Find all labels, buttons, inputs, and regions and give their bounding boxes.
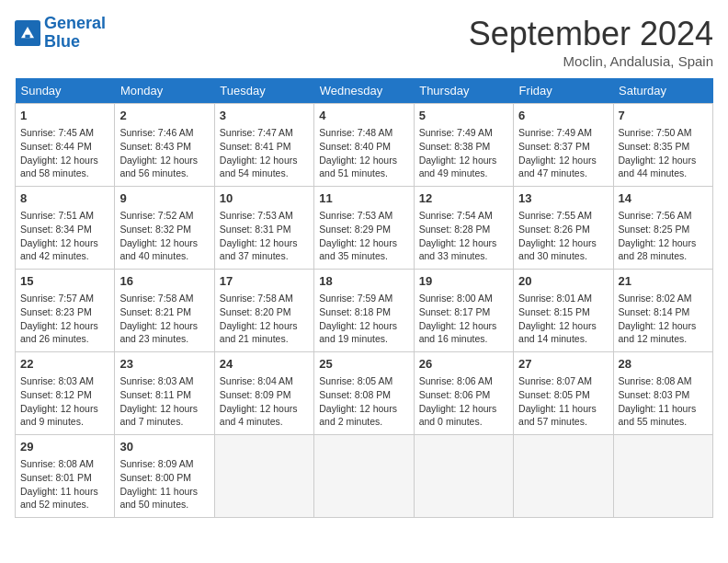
day-info: Sunrise: 8:05 AM Sunset: 8:08 PM Dayligh… xyxy=(319,374,408,429)
empty-cell xyxy=(314,435,414,518)
day-info: Sunrise: 7:57 AM Sunset: 8:23 PM Dayligh… xyxy=(20,292,109,346)
day-number: 21 xyxy=(619,273,708,290)
calendar-table: SundayMondayTuesdayWednesdayThursdayFrid… xyxy=(15,78,713,518)
day-number: 24 xyxy=(220,356,309,373)
logo-icon xyxy=(15,20,40,46)
calendar-cell: 22Sunrise: 8:03 AM Sunset: 8:12 PM Dayli… xyxy=(16,352,115,435)
day-number: 22 xyxy=(20,356,109,373)
day-info: Sunrise: 7:49 AM Sunset: 8:37 PM Dayligh… xyxy=(518,126,608,180)
day-number: 11 xyxy=(319,190,408,207)
day-info: Sunrise: 7:58 AM Sunset: 8:20 PM Dayligh… xyxy=(220,292,309,346)
day-number: 5 xyxy=(419,108,508,124)
day-number: 23 xyxy=(119,356,209,373)
calendar-row: 8Sunrise: 7:51 AM Sunset: 8:34 PM Daylig… xyxy=(16,187,713,270)
month-title: September 2024 xyxy=(469,15,713,53)
day-info: Sunrise: 7:50 AM Sunset: 8:35 PM Dayligh… xyxy=(619,126,708,180)
day-number: 16 xyxy=(119,273,209,290)
calendar-cell: 17Sunrise: 7:58 AM Sunset: 8:20 PM Dayli… xyxy=(214,270,313,352)
day-info: Sunrise: 8:08 AM Sunset: 8:03 PM Dayligh… xyxy=(619,374,708,429)
page-header: General Blue September 2024 Moclin, Anda… xyxy=(15,15,713,69)
calendar-cell: 10Sunrise: 7:53 AM Sunset: 8:31 PM Dayli… xyxy=(214,187,313,270)
weekday-header-row: SundayMondayTuesdayWednesdayThursdayFrid… xyxy=(16,78,713,104)
calendar-cell: 26Sunrise: 8:06 AM Sunset: 8:06 PM Dayli… xyxy=(414,352,513,435)
weekday-header-friday: Friday xyxy=(514,78,613,104)
day-info: Sunrise: 8:07 AM Sunset: 8:05 PM Dayligh… xyxy=(518,374,608,429)
empty-cell xyxy=(613,435,712,518)
calendar-row: 29Sunrise: 8:08 AM Sunset: 8:01 PM Dayli… xyxy=(16,435,713,518)
day-number: 1 xyxy=(20,108,109,124)
calendar-cell: 2Sunrise: 7:46 AM Sunset: 8:43 PM Daylig… xyxy=(115,104,214,187)
calendar-cell: 18Sunrise: 7:59 AM Sunset: 8:18 PM Dayli… xyxy=(314,270,414,352)
day-info: Sunrise: 7:48 AM Sunset: 8:40 PM Dayligh… xyxy=(319,126,408,180)
calendar-cell: 1Sunrise: 7:45 AM Sunset: 8:44 PM Daylig… xyxy=(16,104,115,187)
title-block: September 2024 Moclin, Andalusia, Spain xyxy=(469,15,713,69)
calendar-cell: 15Sunrise: 7:57 AM Sunset: 8:23 PM Dayli… xyxy=(16,270,115,352)
calendar-cell: 29Sunrise: 8:08 AM Sunset: 8:01 PM Dayli… xyxy=(16,435,115,518)
day-number: 3 xyxy=(220,108,309,124)
empty-cell xyxy=(214,435,313,518)
day-info: Sunrise: 7:54 AM Sunset: 8:28 PM Dayligh… xyxy=(419,209,508,263)
calendar-cell: 7Sunrise: 7:50 AM Sunset: 8:35 PM Daylig… xyxy=(613,104,712,187)
day-info: Sunrise: 7:53 AM Sunset: 8:29 PM Dayligh… xyxy=(319,209,408,263)
day-number: 15 xyxy=(20,273,109,290)
weekday-header-saturday: Saturday xyxy=(613,78,712,104)
day-info: Sunrise: 8:01 AM Sunset: 8:15 PM Dayligh… xyxy=(518,292,608,346)
day-info: Sunrise: 7:46 AM Sunset: 8:43 PM Dayligh… xyxy=(119,126,209,180)
day-number: 12 xyxy=(419,190,508,207)
calendar-cell: 30Sunrise: 8:09 AM Sunset: 8:00 PM Dayli… xyxy=(115,435,214,518)
calendar-cell: 28Sunrise: 8:08 AM Sunset: 8:03 PM Dayli… xyxy=(613,352,712,435)
day-info: Sunrise: 8:08 AM Sunset: 8:01 PM Dayligh… xyxy=(20,457,109,511)
day-number: 14 xyxy=(619,190,708,207)
calendar-row: 1Sunrise: 7:45 AM Sunset: 8:44 PM Daylig… xyxy=(16,104,713,187)
weekday-header-wednesday: Wednesday xyxy=(314,78,414,104)
day-info: Sunrise: 7:58 AM Sunset: 8:21 PM Dayligh… xyxy=(119,292,209,346)
calendar-cell: 19Sunrise: 8:00 AM Sunset: 8:17 PM Dayli… xyxy=(414,270,513,352)
calendar-row: 15Sunrise: 7:57 AM Sunset: 8:23 PM Dayli… xyxy=(16,270,713,352)
logo: General Blue xyxy=(15,15,106,52)
day-number: 9 xyxy=(119,190,209,207)
day-info: Sunrise: 7:47 AM Sunset: 8:41 PM Dayligh… xyxy=(220,126,309,180)
day-info: Sunrise: 8:06 AM Sunset: 8:06 PM Dayligh… xyxy=(419,374,508,429)
day-info: Sunrise: 8:02 AM Sunset: 8:14 PM Dayligh… xyxy=(619,292,708,346)
calendar-cell: 8Sunrise: 7:51 AM Sunset: 8:34 PM Daylig… xyxy=(16,187,115,270)
day-number: 13 xyxy=(518,190,608,207)
day-number: 17 xyxy=(220,273,309,290)
day-info: Sunrise: 7:49 AM Sunset: 8:38 PM Dayligh… xyxy=(419,126,508,180)
day-info: Sunrise: 7:51 AM Sunset: 8:34 PM Dayligh… xyxy=(20,209,109,263)
empty-cell xyxy=(414,435,513,518)
day-number: 7 xyxy=(619,108,708,124)
day-info: Sunrise: 7:53 AM Sunset: 8:31 PM Dayligh… xyxy=(220,209,309,263)
calendar-cell: 13Sunrise: 7:55 AM Sunset: 8:26 PM Dayli… xyxy=(514,187,613,270)
day-info: Sunrise: 7:56 AM Sunset: 8:25 PM Dayligh… xyxy=(619,209,708,263)
day-info: Sunrise: 7:52 AM Sunset: 8:32 PM Dayligh… xyxy=(119,209,209,263)
day-info: Sunrise: 7:55 AM Sunset: 8:26 PM Dayligh… xyxy=(518,209,608,263)
day-number: 18 xyxy=(319,273,408,290)
calendar-cell: 24Sunrise: 8:04 AM Sunset: 8:09 PM Dayli… xyxy=(214,352,313,435)
day-number: 25 xyxy=(319,356,408,373)
day-number: 10 xyxy=(220,190,309,207)
calendar-cell: 12Sunrise: 7:54 AM Sunset: 8:28 PM Dayli… xyxy=(414,187,513,270)
calendar-cell: 14Sunrise: 7:56 AM Sunset: 8:25 PM Dayli… xyxy=(613,187,712,270)
logo-text: General Blue xyxy=(44,15,106,52)
calendar-cell: 3Sunrise: 7:47 AM Sunset: 8:41 PM Daylig… xyxy=(214,104,313,187)
day-number: 19 xyxy=(419,273,508,290)
weekday-header-monday: Monday xyxy=(115,78,214,104)
day-number: 29 xyxy=(20,439,109,455)
calendar-cell: 25Sunrise: 8:05 AM Sunset: 8:08 PM Dayli… xyxy=(314,352,414,435)
day-info: Sunrise: 8:03 AM Sunset: 8:12 PM Dayligh… xyxy=(20,374,109,429)
calendar-cell: 9Sunrise: 7:52 AM Sunset: 8:32 PM Daylig… xyxy=(115,187,214,270)
day-number: 4 xyxy=(319,108,408,124)
location: Moclin, Andalusia, Spain xyxy=(469,53,713,69)
calendar-cell: 27Sunrise: 8:07 AM Sunset: 8:05 PM Dayli… xyxy=(514,352,613,435)
calendar-cell: 6Sunrise: 7:49 AM Sunset: 8:37 PM Daylig… xyxy=(514,104,613,187)
day-number: 8 xyxy=(20,190,109,207)
day-info: Sunrise: 8:04 AM Sunset: 8:09 PM Dayligh… xyxy=(220,374,309,429)
day-info: Sunrise: 7:59 AM Sunset: 8:18 PM Dayligh… xyxy=(319,292,408,346)
day-number: 20 xyxy=(518,273,608,290)
day-number: 6 xyxy=(518,108,608,124)
day-number: 27 xyxy=(518,356,608,373)
calendar-cell: 11Sunrise: 7:53 AM Sunset: 8:29 PM Dayli… xyxy=(314,187,414,270)
empty-cell xyxy=(514,435,613,518)
calendar-cell: 21Sunrise: 8:02 AM Sunset: 8:14 PM Dayli… xyxy=(613,270,712,352)
day-info: Sunrise: 7:45 AM Sunset: 8:44 PM Dayligh… xyxy=(20,126,109,180)
